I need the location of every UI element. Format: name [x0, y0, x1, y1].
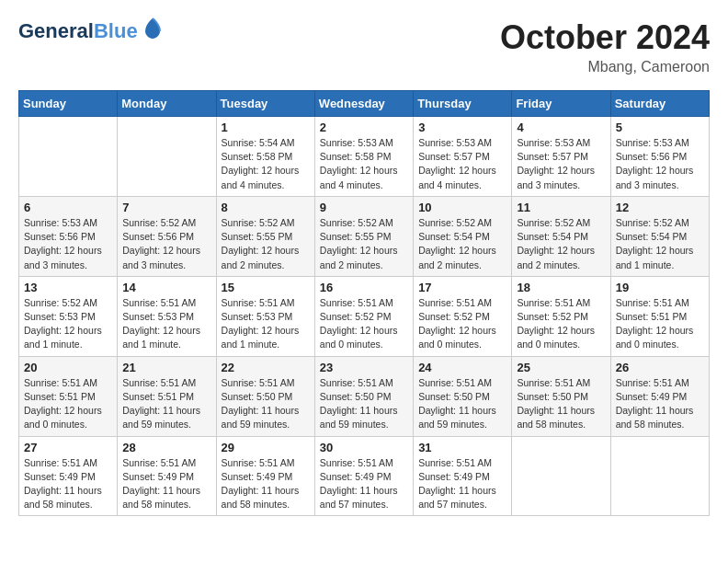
day-info: Sunrise: 5:51 AM Sunset: 5:51 PM Dayligh…	[616, 296, 704, 352]
day-info: Sunrise: 5:51 AM Sunset: 5:50 PM Dayligh…	[418, 376, 506, 432]
day-info: Sunrise: 5:53 AM Sunset: 5:56 PM Dayligh…	[24, 216, 112, 272]
calendar-cell: 9Sunrise: 5:52 AM Sunset: 5:55 PM Daylig…	[314, 196, 413, 276]
day-info: Sunrise: 5:52 AM Sunset: 5:54 PM Dayligh…	[418, 216, 506, 272]
day-number: 12	[616, 201, 704, 214]
day-info: Sunrise: 5:52 AM Sunset: 5:56 PM Dayligh…	[122, 216, 210, 272]
day-number: 9	[320, 201, 408, 214]
calendar-table: SundayMondayTuesdayWednesdayThursdayFrid…	[18, 90, 710, 516]
day-number: 27	[24, 441, 112, 454]
day-info: Sunrise: 5:51 AM Sunset: 5:51 PM Dayligh…	[122, 376, 210, 432]
day-number: 29	[222, 441, 310, 454]
weekday-header: Thursday	[414, 91, 512, 117]
day-number: 8	[222, 201, 310, 214]
day-info: Sunrise: 5:51 AM Sunset: 5:49 PM Dayligh…	[222, 456, 310, 512]
calendar-cell: 5Sunrise: 5:53 AM Sunset: 5:56 PM Daylig…	[610, 117, 709, 197]
day-info: Sunrise: 5:51 AM Sunset: 5:50 PM Dayligh…	[517, 376, 605, 432]
calendar-cell: 26Sunrise: 5:51 AM Sunset: 5:49 PM Dayli…	[610, 356, 709, 436]
calendar-cell: 6Sunrise: 5:53 AM Sunset: 5:56 PM Daylig…	[19, 196, 118, 276]
day-number: 11	[517, 201, 605, 214]
day-number: 18	[517, 281, 605, 294]
day-number: 7	[122, 201, 210, 214]
day-number: 15	[222, 281, 310, 294]
day-number: 28	[122, 441, 210, 454]
calendar-cell: 28Sunrise: 5:51 AM Sunset: 5:49 PM Dayli…	[118, 436, 216, 516]
day-info: Sunrise: 5:51 AM Sunset: 5:49 PM Dayligh…	[24, 456, 112, 512]
calendar-cell: 15Sunrise: 5:51 AM Sunset: 5:53 PM Dayli…	[216, 276, 314, 356]
day-info: Sunrise: 5:52 AM Sunset: 5:55 PM Dayligh…	[222, 216, 310, 272]
day-number: 13	[24, 281, 112, 294]
weekday-header: Saturday	[610, 91, 709, 117]
calendar-cell: 22Sunrise: 5:51 AM Sunset: 5:50 PM Dayli…	[216, 356, 314, 436]
month-title: October 2024	[500, 18, 710, 57]
day-number: 23	[320, 361, 408, 374]
title-block: October 2024 Mbang, Cameroon	[500, 18, 710, 75]
day-info: Sunrise: 5:51 AM Sunset: 5:52 PM Dayligh…	[517, 296, 605, 352]
calendar-cell: 2Sunrise: 5:53 AM Sunset: 5:58 PM Daylig…	[314, 117, 413, 197]
calendar-cell: 3Sunrise: 5:53 AM Sunset: 5:57 PM Daylig…	[414, 117, 512, 197]
weekday-header: Sunday	[19, 91, 118, 117]
calendar-week-row: 20Sunrise: 5:51 AM Sunset: 5:51 PM Dayli…	[19, 356, 710, 436]
day-number: 30	[320, 441, 408, 454]
day-number: 25	[517, 361, 605, 374]
calendar-cell: 19Sunrise: 5:51 AM Sunset: 5:51 PM Dayli…	[610, 276, 709, 356]
day-number: 19	[616, 281, 704, 294]
logo-text: GeneralBlue	[18, 20, 138, 42]
day-number: 5	[616, 121, 704, 134]
calendar-cell	[118, 117, 216, 197]
day-info: Sunrise: 5:53 AM Sunset: 5:57 PM Dayligh…	[418, 136, 506, 192]
day-info: Sunrise: 5:51 AM Sunset: 5:50 PM Dayligh…	[320, 376, 408, 432]
day-info: Sunrise: 5:51 AM Sunset: 5:53 PM Dayligh…	[122, 296, 210, 352]
day-info: Sunrise: 5:53 AM Sunset: 5:57 PM Dayligh…	[517, 136, 605, 192]
calendar-cell: 7Sunrise: 5:52 AM Sunset: 5:56 PM Daylig…	[118, 196, 216, 276]
calendar-cell: 21Sunrise: 5:51 AM Sunset: 5:51 PM Dayli…	[118, 356, 216, 436]
day-info: Sunrise: 5:51 AM Sunset: 5:50 PM Dayligh…	[222, 376, 310, 432]
day-number: 24	[418, 361, 506, 374]
weekday-header: Tuesday	[216, 91, 314, 117]
day-info: Sunrise: 5:54 AM Sunset: 5:58 PM Dayligh…	[222, 136, 310, 192]
calendar-cell: 31Sunrise: 5:51 AM Sunset: 5:49 PM Dayli…	[414, 436, 512, 516]
weekday-header: Monday	[118, 91, 216, 117]
day-number: 22	[222, 361, 310, 374]
day-info: Sunrise: 5:51 AM Sunset: 5:51 PM Dayligh…	[24, 376, 112, 432]
page-header: GeneralBlue October 2024 Mbang, Cameroon	[18, 18, 710, 75]
calendar-cell: 23Sunrise: 5:51 AM Sunset: 5:50 PM Dayli…	[314, 356, 413, 436]
day-info: Sunrise: 5:52 AM Sunset: 5:54 PM Dayligh…	[517, 216, 605, 272]
day-number: 31	[418, 441, 506, 454]
calendar-cell: 17Sunrise: 5:51 AM Sunset: 5:52 PM Dayli…	[414, 276, 512, 356]
day-number: 21	[122, 361, 210, 374]
calendar-cell: 12Sunrise: 5:52 AM Sunset: 5:54 PM Dayli…	[610, 196, 709, 276]
calendar-cell	[610, 436, 709, 516]
day-info: Sunrise: 5:52 AM Sunset: 5:54 PM Dayligh…	[616, 216, 704, 272]
day-info: Sunrise: 5:53 AM Sunset: 5:58 PM Dayligh…	[320, 136, 408, 192]
calendar-cell: 29Sunrise: 5:51 AM Sunset: 5:49 PM Dayli…	[216, 436, 314, 516]
day-info: Sunrise: 5:53 AM Sunset: 5:56 PM Dayligh…	[616, 136, 704, 192]
day-number: 10	[418, 201, 506, 214]
calendar-cell: 30Sunrise: 5:51 AM Sunset: 5:49 PM Dayli…	[314, 436, 413, 516]
day-info: Sunrise: 5:52 AM Sunset: 5:53 PM Dayligh…	[24, 296, 112, 352]
day-number: 6	[24, 201, 112, 214]
logo-icon	[140, 15, 165, 40]
day-number: 14	[122, 281, 210, 294]
calendar-week-row: 6Sunrise: 5:53 AM Sunset: 5:56 PM Daylig…	[19, 196, 710, 276]
day-number: 17	[418, 281, 506, 294]
weekday-header: Wednesday	[314, 91, 413, 117]
day-info: Sunrise: 5:52 AM Sunset: 5:55 PM Dayligh…	[320, 216, 408, 272]
calendar-cell: 27Sunrise: 5:51 AM Sunset: 5:49 PM Dayli…	[19, 436, 118, 516]
calendar-cell: 10Sunrise: 5:52 AM Sunset: 5:54 PM Dayli…	[414, 196, 512, 276]
calendar-cell: 14Sunrise: 5:51 AM Sunset: 5:53 PM Dayli…	[118, 276, 216, 356]
day-number: 2	[320, 121, 408, 134]
calendar-cell: 24Sunrise: 5:51 AM Sunset: 5:50 PM Dayli…	[414, 356, 512, 436]
weekday-header-row: SundayMondayTuesdayWednesdayThursdayFrid…	[19, 91, 710, 117]
weekday-header: Friday	[512, 91, 610, 117]
calendar-cell: 1Sunrise: 5:54 AM Sunset: 5:58 PM Daylig…	[216, 117, 314, 197]
calendar-cell: 8Sunrise: 5:52 AM Sunset: 5:55 PM Daylig…	[216, 196, 314, 276]
calendar-cell: 25Sunrise: 5:51 AM Sunset: 5:50 PM Dayli…	[512, 356, 610, 436]
day-number: 1	[222, 121, 310, 134]
calendar-cell: 11Sunrise: 5:52 AM Sunset: 5:54 PM Dayli…	[512, 196, 610, 276]
day-info: Sunrise: 5:51 AM Sunset: 5:49 PM Dayligh…	[418, 456, 506, 512]
calendar-cell: 18Sunrise: 5:51 AM Sunset: 5:52 PM Dayli…	[512, 276, 610, 356]
day-number: 20	[24, 361, 112, 374]
day-info: Sunrise: 5:51 AM Sunset: 5:52 PM Dayligh…	[320, 296, 408, 352]
calendar-week-row: 1Sunrise: 5:54 AM Sunset: 5:58 PM Daylig…	[19, 117, 710, 197]
day-number: 4	[517, 121, 605, 134]
